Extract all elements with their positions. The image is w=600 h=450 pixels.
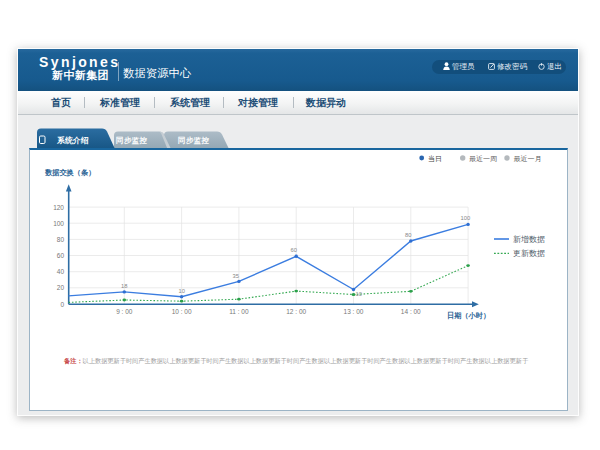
svg-text:10 : 00: 10 : 00 [172, 308, 192, 315]
svg-text:12 : 00: 12 : 00 [286, 308, 306, 315]
svg-text:14 : 00: 14 : 00 [401, 308, 421, 315]
svg-text:80: 80 [57, 236, 65, 243]
svg-text:80: 80 [405, 232, 411, 238]
svg-text:40: 40 [57, 268, 65, 275]
svg-text:系统介绍: 系统介绍 [57, 136, 89, 145]
svg-text:最近一月: 最近一月 [514, 155, 542, 163]
svg-text:100: 100 [53, 220, 64, 227]
svg-text:13 : 00: 13 : 00 [344, 308, 364, 315]
svg-text:同步监控: 同步监控 [116, 136, 147, 145]
svg-text:当日: 当日 [428, 155, 442, 163]
svg-text:同步监控: 同步监控 [178, 136, 209, 145]
svg-text:60: 60 [291, 247, 297, 253]
svg-text:0: 0 [60, 301, 64, 308]
svg-text:60: 60 [57, 252, 65, 259]
svg-text:更新数据: 更新数据 [513, 249, 545, 258]
svg-text:9 : 00: 9 : 00 [116, 308, 133, 315]
svg-text:最近一周: 最近一周 [469, 155, 497, 162]
svg-text:10: 10 [179, 288, 185, 294]
svg-text:10: 10 [356, 291, 362, 297]
svg-text:100: 100 [461, 215, 471, 221]
svg-text:18: 18 [121, 283, 127, 289]
svg-text:新增数据: 新增数据 [513, 235, 545, 244]
svg-text:20: 20 [57, 284, 65, 291]
svg-text:35: 35 [233, 273, 239, 279]
svg-text:120: 120 [53, 204, 64, 211]
svg-text:数据交换（条）: 数据交换（条） [44, 168, 95, 177]
svg-text:日期（小时）: 日期（小时） [447, 311, 490, 320]
svg-text:11 : 00: 11 : 00 [229, 308, 249, 315]
